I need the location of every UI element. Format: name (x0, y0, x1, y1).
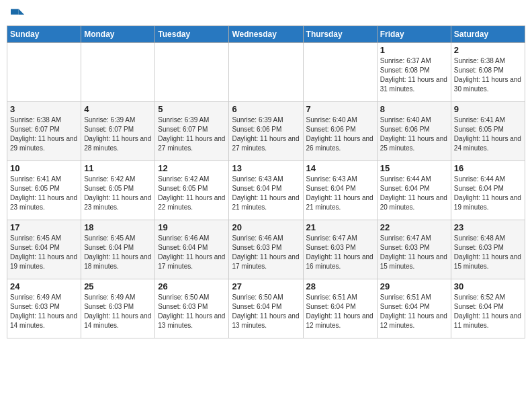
day-number: 15 (380, 163, 448, 173)
svg-rect-1 (11, 9, 19, 14)
day-info: Sunrise: 6:37 AM Sunset: 6:08 PM Dayligh… (380, 56, 448, 94)
calendar-cell: 28Sunrise: 6:51 AM Sunset: 6:04 PM Dayli… (303, 279, 377, 338)
day-info: Sunrise: 6:51 AM Sunset: 6:04 PM Dayligh… (380, 293, 448, 330)
day-number: 22 (380, 222, 448, 232)
day-number: 25 (84, 281, 152, 291)
calendar-cell: 22Sunrise: 6:47 AM Sunset: 6:03 PM Dayli… (377, 220, 451, 279)
calendar-cell: 3Sunrise: 6:38 AM Sunset: 6:07 PM Daylig… (7, 102, 81, 161)
day-number: 8 (380, 104, 448, 114)
calendar-cell: 9Sunrise: 6:41 AM Sunset: 6:05 PM Daylig… (451, 102, 525, 161)
calendar-cell: 12Sunrise: 6:42 AM Sunset: 6:05 PM Dayli… (155, 161, 229, 220)
day-info: Sunrise: 6:39 AM Sunset: 6:07 PM Dayligh… (84, 116, 152, 153)
calendar-cell (303, 43, 377, 102)
week-row-2: 3Sunrise: 6:38 AM Sunset: 6:07 PM Daylig… (7, 102, 525, 161)
calendar-header: SundayMondayTuesdayWednesdayThursdayFrid… (7, 26, 525, 43)
calendar-cell: 18Sunrise: 6:45 AM Sunset: 6:04 PM Dayli… (81, 220, 155, 279)
weekday-header-wednesday: Wednesday (229, 26, 303, 43)
logo-icon (11, 7, 24, 20)
day-info: Sunrise: 6:44 AM Sunset: 6:04 PM Dayligh… (454, 175, 522, 212)
week-row-3: 10Sunrise: 6:41 AM Sunset: 6:05 PM Dayli… (7, 161, 525, 220)
day-info: Sunrise: 6:39 AM Sunset: 6:06 PM Dayligh… (232, 116, 300, 153)
day-number: 3 (10, 104, 78, 114)
day-number: 7 (306, 104, 374, 114)
day-number: 1 (380, 45, 448, 55)
day-number: 11 (84, 163, 152, 173)
day-info: Sunrise: 6:38 AM Sunset: 6:07 PM Dayligh… (10, 116, 78, 153)
calendar-cell (155, 43, 229, 102)
weekday-header-thursday: Thursday (303, 26, 377, 43)
calendar-cell: 8Sunrise: 6:40 AM Sunset: 6:06 PM Daylig… (377, 102, 451, 161)
week-row-4: 17Sunrise: 6:45 AM Sunset: 6:04 PM Dayli… (7, 220, 525, 279)
day-number: 18 (84, 222, 152, 232)
calendar-cell: 20Sunrise: 6:46 AM Sunset: 6:03 PM Dayli… (229, 220, 303, 279)
day-number: 19 (158, 222, 226, 232)
day-info: Sunrise: 6:41 AM Sunset: 6:05 PM Dayligh… (10, 175, 78, 212)
day-number: 12 (158, 163, 226, 173)
day-number: 23 (454, 222, 522, 232)
day-number: 14 (306, 163, 374, 173)
day-number: 6 (232, 104, 300, 114)
day-info: Sunrise: 6:47 AM Sunset: 6:03 PM Dayligh… (306, 234, 374, 271)
calendar-cell: 2Sunrise: 6:38 AM Sunset: 6:08 PM Daylig… (451, 43, 525, 102)
calendar-cell: 11Sunrise: 6:42 AM Sunset: 6:05 PM Dayli… (81, 161, 155, 220)
logo (9, 7, 24, 20)
calendar-cell: 15Sunrise: 6:44 AM Sunset: 6:04 PM Dayli… (377, 161, 451, 220)
weekday-header-monday: Monday (81, 26, 155, 43)
day-info: Sunrise: 6:50 AM Sunset: 6:03 PM Dayligh… (158, 293, 226, 330)
calendar-cell: 7Sunrise: 6:40 AM Sunset: 6:06 PM Daylig… (303, 102, 377, 161)
calendar-cell: 21Sunrise: 6:47 AM Sunset: 6:03 PM Dayli… (303, 220, 377, 279)
day-number: 2 (454, 45, 522, 55)
day-number: 29 (380, 281, 448, 291)
calendar-cell: 19Sunrise: 6:46 AM Sunset: 6:04 PM Dayli… (155, 220, 229, 279)
calendar-cell: 14Sunrise: 6:43 AM Sunset: 6:04 PM Dayli… (303, 161, 377, 220)
day-number: 20 (232, 222, 300, 232)
calendar-cell: 17Sunrise: 6:45 AM Sunset: 6:04 PM Dayli… (7, 220, 81, 279)
day-number: 21 (306, 222, 374, 232)
day-number: 30 (454, 281, 522, 291)
calendar-cell: 26Sunrise: 6:50 AM Sunset: 6:03 PM Dayli… (155, 279, 229, 338)
calendar-cell: 10Sunrise: 6:41 AM Sunset: 6:05 PM Dayli… (7, 161, 81, 220)
day-info: Sunrise: 6:42 AM Sunset: 6:05 PM Dayligh… (84, 175, 152, 212)
calendar-cell: 23Sunrise: 6:48 AM Sunset: 6:03 PM Dayli… (451, 220, 525, 279)
day-number: 28 (306, 281, 374, 291)
day-info: Sunrise: 6:51 AM Sunset: 6:04 PM Dayligh… (306, 293, 374, 330)
day-number: 17 (10, 222, 78, 232)
day-info: Sunrise: 6:47 AM Sunset: 6:03 PM Dayligh… (380, 234, 448, 271)
day-info: Sunrise: 6:49 AM Sunset: 6:03 PM Dayligh… (84, 293, 152, 330)
day-info: Sunrise: 6:45 AM Sunset: 6:04 PM Dayligh… (84, 234, 152, 271)
page-header (7, 7, 525, 20)
calendar-cell: 1Sunrise: 6:37 AM Sunset: 6:08 PM Daylig… (377, 43, 451, 102)
calendar-cell (229, 43, 303, 102)
day-info: Sunrise: 6:48 AM Sunset: 6:03 PM Dayligh… (454, 234, 522, 271)
calendar-cell: 4Sunrise: 6:39 AM Sunset: 6:07 PM Daylig… (81, 102, 155, 161)
week-row-5: 24Sunrise: 6:49 AM Sunset: 6:03 PM Dayli… (7, 279, 525, 338)
day-info: Sunrise: 6:39 AM Sunset: 6:07 PM Dayligh… (158, 116, 226, 153)
day-number: 9 (454, 104, 522, 114)
day-info: Sunrise: 6:38 AM Sunset: 6:08 PM Dayligh… (454, 56, 522, 94)
day-info: Sunrise: 6:41 AM Sunset: 6:05 PM Dayligh… (454, 116, 522, 153)
calendar-cell: 5Sunrise: 6:39 AM Sunset: 6:07 PM Daylig… (155, 102, 229, 161)
weekday-header-sunday: Sunday (7, 26, 81, 43)
calendar-cell: 6Sunrise: 6:39 AM Sunset: 6:06 PM Daylig… (229, 102, 303, 161)
svg-marker-0 (19, 9, 24, 14)
day-info: Sunrise: 6:50 AM Sunset: 6:04 PM Dayligh… (232, 293, 300, 330)
calendar-cell: 27Sunrise: 6:50 AM Sunset: 6:04 PM Dayli… (229, 279, 303, 338)
day-info: Sunrise: 6:42 AM Sunset: 6:05 PM Dayligh… (158, 175, 226, 212)
day-info: Sunrise: 6:40 AM Sunset: 6:06 PM Dayligh… (380, 116, 448, 153)
day-number: 10 (10, 163, 78, 173)
day-info: Sunrise: 6:40 AM Sunset: 6:06 PM Dayligh… (306, 116, 374, 153)
day-number: 13 (232, 163, 300, 173)
day-info: Sunrise: 6:49 AM Sunset: 6:03 PM Dayligh… (10, 293, 78, 330)
day-info: Sunrise: 6:43 AM Sunset: 6:04 PM Dayligh… (306, 175, 374, 212)
weekday-header-friday: Friday (377, 26, 451, 43)
calendar-cell (81, 43, 155, 102)
day-info: Sunrise: 6:43 AM Sunset: 6:04 PM Dayligh… (232, 175, 300, 212)
calendar-cell: 24Sunrise: 6:49 AM Sunset: 6:03 PM Dayli… (7, 279, 81, 338)
day-number: 27 (232, 281, 300, 291)
day-info: Sunrise: 6:44 AM Sunset: 6:04 PM Dayligh… (380, 175, 448, 212)
week-row-1: 1Sunrise: 6:37 AM Sunset: 6:08 PM Daylig… (7, 43, 525, 102)
day-number: 5 (158, 104, 226, 114)
calendar-cell: 30Sunrise: 6:52 AM Sunset: 6:04 PM Dayli… (451, 279, 525, 338)
day-number: 26 (158, 281, 226, 291)
day-number: 4 (84, 104, 152, 114)
